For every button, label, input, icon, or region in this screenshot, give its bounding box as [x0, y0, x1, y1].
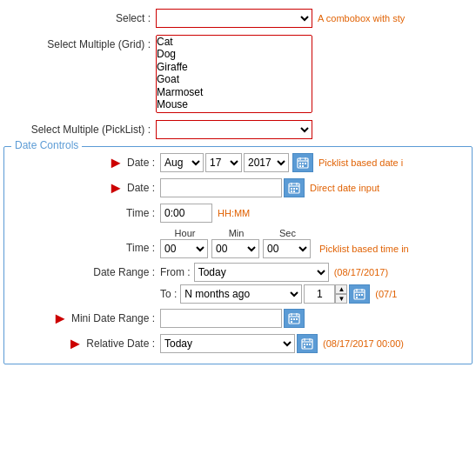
- select-label: Select :: [3, 12, 156, 24]
- picklist-select[interactable]: [156, 120, 312, 139]
- date1-hint: Picklist based date i: [318, 157, 403, 168]
- mini-range-label-cell: ► Mini Date Range :: [8, 310, 160, 328]
- svg-rect-23: [359, 294, 360, 296]
- date2-control: Direct date input: [160, 178, 468, 197]
- date1-label-cell: ► Date :: [8, 154, 160, 172]
- time1-label: Time :: [126, 207, 155, 219]
- mini-range-arrow-icon: ►: [52, 310, 68, 328]
- spinner-down-button[interactable]: ▼: [335, 294, 347, 304]
- svg-rect-38: [304, 344, 305, 345]
- select-row: Select : Cat Dog Giraffe Goat Marmoset M…: [3, 7, 473, 30]
- relative-calendar-button[interactable]: [297, 334, 318, 353]
- date2-input[interactable]: [160, 178, 282, 197]
- date1-row: ► Date : Aug JanFebMarApr MayJunJul SepO…: [8, 152, 468, 173]
- date-controls-section: Date Controls ► Date : Aug JanFebMarApr …: [3, 146, 473, 364]
- range-label-cell: Date Range :: [8, 263, 160, 278]
- date2-row: ► Date :: [8, 177, 468, 198]
- relative-label-cell: ► Relative Date :: [8, 335, 160, 353]
- grid-label: Select Multiple (Grid) :: [3, 35, 156, 50]
- svg-rect-32: [296, 318, 298, 320]
- date1-control: Aug JanFebMarApr MayJunJul SepOctNovDec …: [160, 153, 468, 172]
- svg-rect-7: [299, 165, 301, 167]
- svg-rect-15: [296, 188, 298, 190]
- to-spinner-input[interactable]: [304, 284, 335, 304]
- svg-rect-39: [306, 344, 308, 345]
- picklist-control: [156, 120, 473, 139]
- svg-rect-40: [309, 344, 311, 345]
- relative-control: Today (08/17/2017 00:00): [160, 334, 468, 353]
- select-control: Cat Dog Giraffe Goat Marmoset Mouse A co…: [156, 9, 473, 28]
- relative-select[interactable]: Today: [160, 334, 295, 353]
- mini-range-label: Mini Date Range :: [71, 312, 155, 324]
- range-label: Date Range :: [93, 266, 155, 278]
- time1-input[interactable]: [160, 204, 212, 223]
- time1-control: HH:MM: [160, 204, 468, 223]
- relative-row: ► Relative Date : Today: [8, 333, 468, 354]
- svg-rect-31: [293, 318, 295, 320]
- picklist-label: Select Multiple (PickList) :: [3, 124, 156, 136]
- to-select[interactable]: N months ago: [180, 284, 302, 304]
- spinner-up-button[interactable]: ▲: [335, 284, 347, 294]
- relative-label: Relative Date :: [86, 337, 155, 350]
- from-hint: (08/17/2017): [334, 267, 388, 277]
- range-control: From : Today (08/17/2017) To : N months …: [160, 263, 468, 304]
- grid-select[interactable]: Cat Dog Giraffe Goat Marmoset Mouse: [156, 35, 312, 113]
- calendar5-icon: [301, 337, 313, 350]
- picklist-row: Select Multiple (PickList) :: [3, 118, 473, 141]
- svg-rect-30: [291, 318, 292, 320]
- date1-label: Date :: [127, 157, 155, 169]
- date1-calendar-button[interactable]: [292, 153, 313, 172]
- time2-label: Time :: [126, 242, 155, 254]
- date2-label: Date :: [127, 182, 155, 194]
- date1-day-select[interactable]: 17: [205, 153, 242, 172]
- date2-calendar-button[interactable]: [284, 178, 305, 197]
- to-spinner-buttons: ▲ ▼: [335, 284, 347, 304]
- range-to-row: To : N months ago ▲ ▼: [160, 284, 397, 304]
- form-container: Select : Cat Dog Giraffe Goat Marmoset M…: [0, 0, 476, 371]
- min-select[interactable]: 00: [211, 239, 259, 258]
- mini-range-calendar-button[interactable]: [284, 309, 305, 328]
- to-hint: (07/1: [375, 289, 397, 299]
- date2-arrow-icon: ►: [108, 179, 124, 197]
- time2-row: Time : Hour Min Sec 00 00 00: [8, 228, 468, 258]
- from-label: From :: [160, 266, 191, 278]
- svg-rect-16: [291, 190, 292, 192]
- sec-col-label: Sec: [263, 228, 312, 238]
- range-row: Date Range : From : Today (08/17/2017) T…: [8, 263, 468, 304]
- date1-arrow-icon: ►: [108, 154, 124, 172]
- to-label: To :: [160, 288, 177, 300]
- mini-range-input[interactable]: [160, 309, 282, 328]
- hour-select[interactable]: 00: [160, 239, 208, 258]
- time2-label-cell: Time :: [8, 228, 160, 254]
- select-combobox[interactable]: Cat Dog Giraffe Goat Marmoset Mouse: [156, 9, 312, 28]
- range-from-row: From : Today (08/17/2017): [160, 263, 388, 282]
- min-col-label: Min: [211, 228, 261, 238]
- svg-rect-41: [304, 346, 305, 348]
- svg-rect-5: [302, 163, 304, 164]
- relative-hint: (08/17/2017 00:00): [323, 338, 404, 349]
- date2-hint: Direct date input: [310, 183, 379, 193]
- time2-control: Hour Min Sec 00 00 00 Picklist based tim…: [160, 228, 468, 258]
- sec-select[interactable]: 00: [263, 239, 311, 258]
- mini-range-control: [160, 309, 468, 328]
- calendar4-icon: [288, 312, 300, 324]
- hour-col-label: Hour: [160, 228, 210, 238]
- time2-hint: Picklist based time in: [319, 244, 409, 254]
- svg-rect-8: [302, 165, 304, 167]
- date-controls-title: Date Controls: [11, 139, 82, 151]
- grid-row: Select Multiple (Grid) : Cat Dog Giraffe…: [3, 35, 473, 113]
- date1-month-select[interactable]: Aug JanFebMarApr MayJunJul SepOctNovDec: [160, 153, 204, 172]
- mini-range-row: ► Mini Date Range :: [8, 308, 468, 329]
- svg-rect-22: [356, 294, 358, 296]
- time1-row: Time : HH:MM: [8, 203, 468, 224]
- svg-rect-17: [293, 190, 295, 192]
- to-calendar-button[interactable]: [349, 284, 370, 304]
- date1-year-select[interactable]: 2017: [244, 153, 289, 172]
- relative-arrow-icon: ►: [67, 335, 83, 353]
- from-select[interactable]: Today: [194, 263, 329, 282]
- calendar-icon: [297, 157, 309, 169]
- svg-rect-4: [299, 163, 301, 164]
- grid-control: Cat Dog Giraffe Goat Marmoset Mouse: [156, 35, 473, 113]
- svg-rect-24: [361, 294, 363, 296]
- svg-rect-13: [291, 188, 292, 190]
